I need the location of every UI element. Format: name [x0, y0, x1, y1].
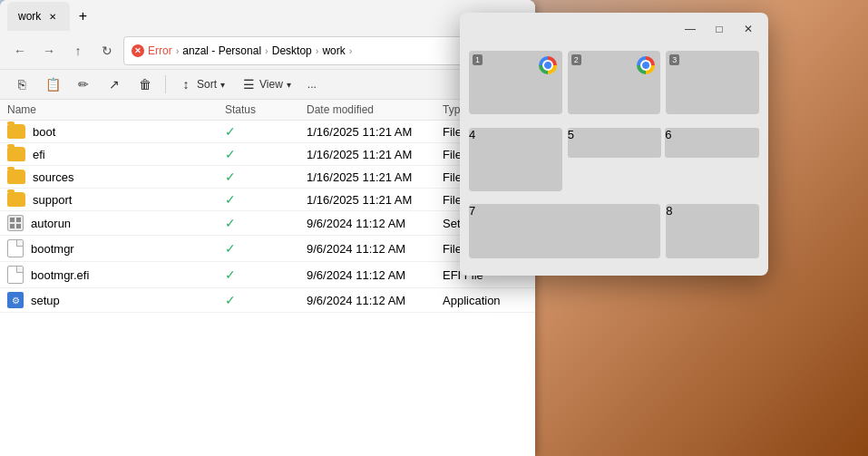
toolbar-separator	[165, 75, 166, 93]
chrome-icon	[539, 56, 557, 74]
rename-button[interactable]: ✏	[69, 73, 98, 95]
svg-rect-1	[16, 218, 21, 222]
file-list-header: Name Status Date modified Type Size	[0, 100, 535, 121]
snap-cell-5[interactable]: 5	[568, 128, 662, 158]
file-name-cell: efi	[7, 147, 225, 161]
status-cell: ✓	[225, 267, 307, 282]
file-icon	[7, 239, 24, 257]
svg-rect-0	[10, 218, 15, 222]
date-cell: 1/16/2025 11:21 AM	[307, 170, 443, 184]
breadcrumb-desktop: Desktop	[272, 44, 312, 57]
close-button[interactable]: ✕	[736, 16, 761, 42]
delete-button[interactable]: 🗑	[131, 73, 160, 95]
col-date: Date modified	[307, 103, 443, 116]
up-button[interactable]: ↑	[65, 38, 91, 63]
file-name-cell: support	[7, 192, 225, 207]
snap-number-badge: 7	[469, 204, 475, 218]
setup-icon	[7, 292, 24, 308]
date-cell: 1/16/2025 11:21 AM	[307, 193, 443, 207]
paste-icon: 📋	[45, 77, 60, 92]
status-cell: ✓	[225, 192, 307, 207]
svg-rect-2	[10, 224, 15, 228]
share-icon: ↗	[107, 77, 122, 92]
tab-label: work	[18, 10, 41, 23]
folder-icon	[7, 147, 25, 161]
status-cell: ✓	[225, 216, 307, 230]
snap-cell-8[interactable]: 8	[666, 204, 759, 258]
table-row[interactable]: boot ✓ 1/16/2025 11:21 AM File folder	[0, 121, 535, 143]
table-row[interactable]: setup ✓ 9/6/2024 11:12 AM Application 98…	[0, 288, 535, 313]
error-text: Error	[148, 44, 172, 57]
new-tab-button[interactable]: +	[70, 4, 95, 29]
snap-overlay-window: — □ ✕ 1 2 3 4 5	[460, 13, 768, 276]
snap-cell-2[interactable]: 2	[568, 51, 661, 114]
file-label: boot	[33, 125, 55, 139]
type-cell: Application	[443, 294, 535, 307]
delete-icon: 🗑	[138, 77, 152, 92]
minimize-button[interactable]: —	[678, 16, 703, 42]
folder-icon	[7, 170, 25, 184]
status-cell: ✓	[225, 241, 307, 256]
file-label: setup	[31, 294, 60, 307]
file-label: autorun	[31, 217, 71, 230]
file-list: Name Status Date modified Type Size boot…	[0, 100, 535, 456]
view-icon: ☰	[241, 77, 256, 92]
more-label: ...	[307, 78, 317, 91]
folder-icon	[7, 124, 25, 139]
file-label: bootmgr	[31, 242, 74, 256]
refresh-button[interactable]: ↻	[94, 38, 120, 63]
table-row[interactable]: autorun ✓ 9/6/2024 11:12 AM Setup Inform…	[0, 211, 535, 236]
file-label: efi	[33, 148, 45, 161]
file-icon	[7, 266, 24, 284]
snap-cell-1[interactable]: 1	[469, 51, 562, 114]
snap-cell-4[interactable]: 4	[469, 128, 562, 191]
breadcrumb-personal: anzal - Personal	[182, 44, 261, 57]
table-row[interactable]: bootmgr.efi ✓ 9/6/2024 11:12 AM EFI File…	[0, 262, 535, 288]
snap-number-badge: 5	[568, 128, 574, 141]
rename-icon: ✏	[76, 77, 91, 92]
back-button[interactable]: ←	[7, 38, 33, 63]
view-chevron-icon: ▾	[287, 80, 291, 90]
share-button[interactable]: ↗	[100, 73, 129, 95]
date-cell: 9/6/2024 11:12 AM	[307, 294, 443, 307]
snap-number-badge: 6	[665, 128, 671, 141]
snap-number-badge: 8	[666, 204, 672, 218]
paste-button[interactable]: 📋	[38, 73, 67, 95]
snap-number-badge: 3	[669, 54, 679, 65]
view-button[interactable]: ☰ View ▾	[234, 73, 298, 95]
maximize-button[interactable]: □	[707, 16, 732, 42]
view-label: View	[259, 78, 283, 91]
sort-button[interactable]: ↕ Sort ▾	[171, 73, 232, 95]
folder-icon	[7, 192, 25, 207]
copy-button[interactable]: ⎘	[7, 73, 36, 95]
date-cell: 1/16/2025 11:21 AM	[307, 148, 443, 161]
breadcrumb-work: work	[322, 44, 345, 57]
table-row[interactable]: sources ✓ 1/16/2025 11:21 AM File folder	[0, 166, 535, 189]
explorer-tab[interactable]: work ✕	[7, 2, 70, 31]
file-label: support	[33, 193, 72, 207]
toolbar: ⎘ 📋 ✏ ↗ 🗑 ↕ Sort ▾ ☰ View ▾ ...	[0, 70, 535, 100]
sort-label: Sort	[197, 78, 217, 91]
file-name-cell: bootmgr	[7, 239, 225, 257]
snap-cell-6[interactable]: 6	[665, 128, 759, 158]
date-cell: 9/6/2024 11:12 AM	[307, 268, 443, 282]
overlay-title-bar: — □ ✕	[460, 13, 768, 45]
file-label: sources	[33, 170, 74, 184]
table-row[interactable]: efi ✓ 1/16/2025 11:21 AM File folder	[0, 143, 535, 166]
sort-icon: ↕	[179, 77, 193, 92]
sort-chevron-icon: ▾	[220, 80, 225, 90]
more-button[interactable]: ...	[300, 74, 324, 94]
table-row[interactable]: bootmgr ✓ 9/6/2024 11:12 AM File 463 KB	[0, 236, 535, 262]
copy-icon: ⎘	[15, 77, 29, 92]
svg-rect-3	[16, 224, 21, 228]
status-cell: ✓	[225, 293, 307, 307]
snap-cell-7[interactable]: 7	[469, 204, 660, 258]
file-label: bootmgr.efi	[31, 268, 89, 282]
forward-button[interactable]: →	[36, 38, 62, 63]
table-row[interactable]: support ✓ 1/16/2025 11:21 AM File folder	[0, 189, 535, 211]
autorun-icon	[7, 215, 24, 231]
date-cell: 9/6/2024 11:12 AM	[307, 242, 443, 256]
tab-close-button[interactable]: ✕	[46, 10, 59, 23]
snap-cell-3[interactable]: 3	[666, 51, 759, 114]
status-cell: ✓	[225, 147, 307, 161]
